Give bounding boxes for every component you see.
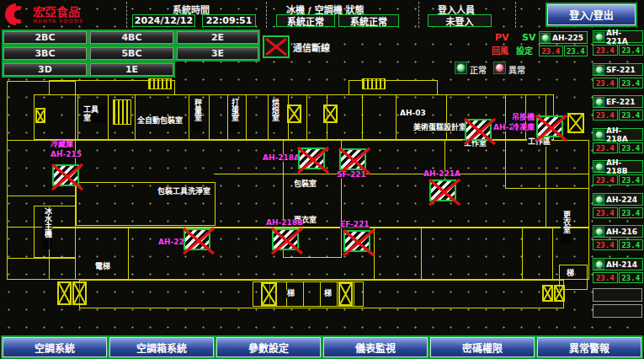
unit-name-label: EF-221	[606, 98, 636, 106]
wall-line	[546, 140, 546, 228]
zone-button-2e[interactable]: 2E	[177, 31, 258, 44]
equipment-tag: 冷凍庫	[512, 124, 535, 131]
status-lamp-icon	[594, 32, 604, 42]
nav-abnormal-alarm[interactable]: 異常警報	[537, 337, 641, 357]
zone-button-3e[interactable]: 3E	[177, 47, 258, 60]
pv-value: 23.4	[593, 239, 618, 250]
login-state-value: 未登入	[428, 14, 492, 27]
room-label: 更衣室	[561, 211, 571, 244]
status-lamp-icon	[594, 97, 604, 107]
equipment-icon-ef-221[interactable]	[343, 230, 370, 252]
unit-values: 23.423.4	[593, 110, 643, 121]
zone-button-4bc[interactable]: 4BC	[90, 31, 173, 44]
unit-name-label: AH-224	[606, 196, 637, 204]
header-divider	[126, 2, 127, 28]
brand-logo: 宏亞食品 HUNYA FOODS	[3, 2, 83, 27]
abnormal-label: 異常	[508, 63, 525, 76]
zone-button-3d[interactable]: 3D	[3, 63, 87, 76]
unit-sf-221[interactable]: SF-221	[593, 63, 643, 76]
unit-values: 23.423.4	[593, 207, 643, 218]
pv-value: 23.4	[593, 174, 618, 185]
equipment-icon-ah-224[interactable]	[184, 228, 210, 250]
unit-ah-214[interactable]: AH-214	[593, 258, 643, 271]
unit-ah-221a[interactable]: AH-221A	[593, 30, 643, 43]
nav-meter-monitoring[interactable]: 儀表監視	[323, 337, 428, 357]
equipment-icon-ah-218b[interactable]	[272, 228, 299, 250]
system-clock-value: 22:09:51	[202, 14, 256, 27]
unit-name-label: AH-216	[606, 228, 637, 236]
wall-line	[306, 94, 307, 140]
status-lamp-icon	[594, 65, 604, 75]
zone-button-1e[interactable]: 1E	[90, 63, 173, 76]
wall-line	[362, 94, 363, 140]
zone-button-2bc[interactable]: 2BC	[3, 31, 87, 44]
status-lamp-icon	[594, 130, 604, 140]
nav-ac-system[interactable]: 空調系統	[3, 337, 107, 357]
unit-ah-218b[interactable]: AH-218B	[593, 160, 643, 173]
wall-line	[135, 94, 136, 140]
wall-segment	[505, 140, 589, 189]
sv-value: 23.4	[619, 207, 644, 218]
stairs-icon	[362, 78, 386, 89]
shaft-x-icon	[338, 282, 353, 306]
room-label: 包裝工具洗淨室	[157, 188, 211, 196]
room-label: 冰水主機	[42, 207, 52, 249]
wall-line	[108, 94, 109, 140]
room-label: 梯	[323, 290, 333, 298]
unit-ah-218a[interactable]: AH-218A	[593, 128, 643, 141]
nav-parameter-settings[interactable]: 參數設定	[216, 337, 321, 357]
zone-button-5bc[interactable]: 5BC	[90, 47, 173, 60]
wall-line	[303, 281, 304, 307]
equipment-tag: 吊掛機	[512, 114, 535, 121]
unit-values: 23.423.4	[593, 272, 643, 283]
nav-ahu-system[interactable]: 空調箱系統	[109, 337, 214, 357]
pv-value: 23.4	[539, 46, 563, 56]
pv-value: 23.4	[593, 110, 618, 121]
wall-segment	[34, 206, 76, 258]
wall-line	[7, 196, 76, 196]
status-lamp-icon	[594, 260, 604, 270]
equipment-icon-sf-221[interactable]	[339, 148, 366, 170]
shaft-x-icon	[35, 108, 45, 123]
status-lamp-icon	[594, 227, 604, 237]
login-logout-button[interactable]: 登入/登出	[547, 4, 636, 25]
comm-loss-label: 通信斷線	[293, 40, 330, 54]
unit-name-label: AH-218A	[606, 126, 641, 143]
empty-unit-slot	[593, 288, 642, 302]
unit-ah-225-values: 23.4 23.4	[539, 46, 588, 56]
wall-line	[214, 174, 589, 174]
normal-lamp-icon	[455, 62, 467, 74]
chiller-status-value: 系統正常	[276, 14, 335, 27]
wall-line	[77, 94, 78, 140]
wall-line	[421, 228, 422, 280]
unit-values: 23.423.4	[593, 78, 643, 88]
wall-line	[552, 228, 553, 280]
abnormal-lamp-icon	[493, 62, 506, 74]
zone-button-3bc[interactable]: 3BC	[3, 47, 87, 60]
hunya-logo-icon	[3, 2, 29, 27]
unit-ah-225[interactable]: AH-225	[539, 31, 588, 44]
equipment-icon-ah-214[interactable]	[465, 119, 492, 141]
header-divider	[515, 2, 516, 28]
unit-ef-221[interactable]: EF-221	[593, 95, 643, 108]
unit-ah-224[interactable]: AH-224	[593, 193, 643, 206]
bottom-nav: 空調系統 空調箱系統 參數設定 儀表監視 密碼權限 異常警報	[0, 335, 644, 359]
wall-line	[7, 258, 76, 259]
room-label: 包裝室	[293, 180, 317, 189]
wall-line	[522, 228, 523, 280]
shaft-x-icon	[542, 285, 553, 302]
nav-password-privileges[interactable]: 密碼權限	[430, 337, 535, 357]
equipment-icon-ah-221a[interactable]	[429, 180, 456, 201]
room-label: 梯	[286, 290, 295, 298]
stairs-icon	[148, 78, 172, 89]
wall-line	[505, 94, 506, 140]
equipment-icon-ah-215[interactable]	[52, 164, 79, 186]
equipment-icon-freezer[interactable]	[536, 115, 563, 137]
brand-subtitle: HUNYA FOODS	[33, 18, 83, 24]
unit-ah-216[interactable]: AH-216	[593, 225, 643, 238]
unit-name-label: AH-221A	[606, 29, 641, 46]
pv-value: 23.4	[593, 78, 618, 88]
shaft-x-icon	[567, 113, 584, 133]
equipment-icon-ah-218a[interactable]	[298, 147, 325, 169]
unit-values: 23.423.4	[593, 142, 643, 153]
